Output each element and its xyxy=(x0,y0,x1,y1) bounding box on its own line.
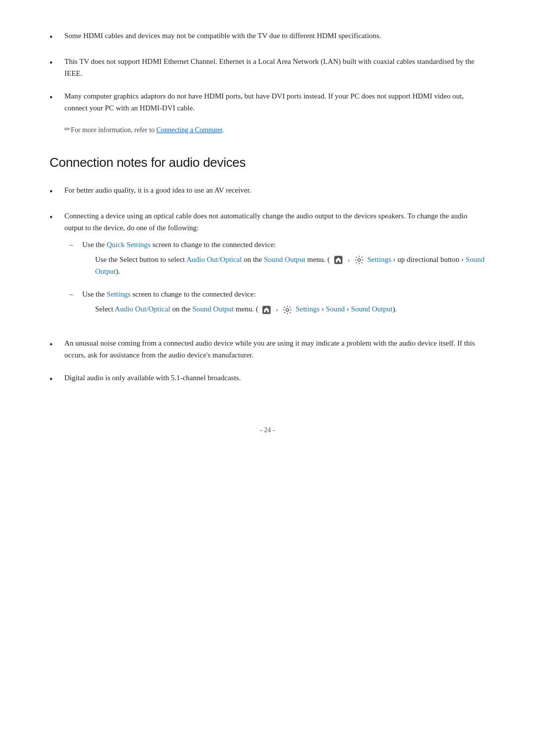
bullet-dot: • xyxy=(50,91,59,105)
qs-intro-rest: screen to change to the connected device… xyxy=(151,241,276,249)
sub-item-settings-screen: – Use the Settings screen to change to t… xyxy=(69,288,485,318)
home-icon xyxy=(333,254,344,265)
sound-link: Sound xyxy=(326,305,345,313)
bullet-optical-cable-text: Connecting a device using an optical cab… xyxy=(64,210,485,326)
page-number: - 24 - xyxy=(260,426,275,434)
sound-output-link-3: Sound Output xyxy=(192,305,234,313)
bullet-dot: • xyxy=(50,372,59,387)
bullet-dot: • xyxy=(50,185,59,199)
section-title-audio: Connection notes for audio devices xyxy=(50,155,485,170)
note-suffix: . xyxy=(222,126,224,134)
ss-intro-rest: screen to change to the connected device… xyxy=(131,290,256,298)
sub-item-quick-settings: – Use the Quick Settings screen to chang… xyxy=(69,239,485,281)
bullet-hdmi-dvi-text: Many computer graphics adaptors do not h… xyxy=(64,90,485,114)
audio-bullet-list: • For better audio quality, it is a good… xyxy=(50,184,485,387)
ss-intro-pre: Use the xyxy=(82,290,107,298)
bullet-hdmi-ethernet: • This TV does not support HDMI Ethernet… xyxy=(50,55,485,79)
sound-output-link-4: Sound Output xyxy=(351,305,393,313)
bullet-hdmi-dvi: • Many computer graphics adaptors do not… xyxy=(50,90,485,114)
bullet-dot: • xyxy=(50,338,59,352)
bullet-unusual-noise: • An unusual noise coming from a connect… xyxy=(50,337,485,361)
settings-icon-1 xyxy=(354,254,365,265)
bullet-hdmi-ethernet-text: This TV does not support HDMI Ethernet C… xyxy=(64,55,485,79)
settings-link-2: Settings xyxy=(107,290,130,298)
bullet-hdmi-compat-text: Some HDMI cables and devices may not be … xyxy=(64,30,485,42)
note-text: For more information, refer to Connectin… xyxy=(71,125,224,135)
bullet-dot: • xyxy=(50,56,59,70)
settings-link-1: Settings xyxy=(367,255,391,263)
sub-text-quick-settings: Use the Quick Settings screen to change … xyxy=(82,239,485,281)
sound-output-link-1: Sound Output xyxy=(264,255,306,263)
bullet-unusual-noise-text: An unusual noise coming from a connected… xyxy=(64,337,485,361)
note-prefix: For more information, refer to xyxy=(71,126,157,134)
connecting-computer-note: ✏ For more information, refer to Connect… xyxy=(64,125,485,135)
optical-cable-text: Connecting a device using an optical cab… xyxy=(64,212,467,232)
sub-text-settings-screen: Use the Settings screen to change to the… xyxy=(82,288,485,318)
bullet-hdmi-compat: • Some HDMI cables and devices may not b… xyxy=(50,30,485,45)
chevron-text-2: › xyxy=(321,305,326,313)
chevron-text-1: › xyxy=(393,255,398,263)
svg-point-1 xyxy=(358,258,360,261)
bullet-av-receiver-text: For better audio quality, it is a good i… xyxy=(64,184,485,196)
dash: – xyxy=(69,288,78,300)
audio-out-optical-link-1: Audio Out/Optical xyxy=(186,255,242,263)
home-icon-2 xyxy=(261,304,272,315)
top-bullet-list: • Some HDMI cables and devices may not b… xyxy=(50,30,485,114)
svg-point-3 xyxy=(286,308,288,311)
connecting-computer-link[interactable]: Connecting a Computer xyxy=(157,126,222,134)
dash: – xyxy=(69,239,78,251)
pencil-icon: ✏ xyxy=(64,125,71,134)
qs-intro-pre: Use the xyxy=(82,241,107,249)
bullet-digital-audio-text: Digital audio is only available with 5.1… xyxy=(64,372,485,384)
up-directional-text: up directional button xyxy=(397,255,459,263)
chevron-icon-2: › xyxy=(276,305,278,313)
bullet-dot: • xyxy=(50,210,59,225)
bullet-optical-cable: • Connecting a device using an optical c… xyxy=(50,210,485,326)
chevron-icon-1: › xyxy=(348,256,350,263)
bullet-digital-audio: • Digital audio is only available with 5… xyxy=(50,372,485,387)
sub-list-audio-output: – Use the Quick Settings screen to chang… xyxy=(69,239,485,318)
settings-icon-2 xyxy=(282,304,293,315)
settings-link-3: Settings xyxy=(296,305,320,313)
bullet-dot: • xyxy=(50,30,59,45)
qs-indented-para: Use the Select button to select Audio Ou… xyxy=(95,253,485,278)
quick-settings-link: Quick Settings xyxy=(107,241,151,249)
audio-out-optical-link-2: Audio Out/Optical xyxy=(115,305,170,313)
page-footer: - 24 - xyxy=(50,426,485,434)
bullet-av-receiver: • For better audio quality, it is a good… xyxy=(50,184,485,199)
ss-indented-para: Select Audio Out/Optical on the Sound Ou… xyxy=(95,303,485,315)
chevron-text-3: › xyxy=(347,305,351,313)
